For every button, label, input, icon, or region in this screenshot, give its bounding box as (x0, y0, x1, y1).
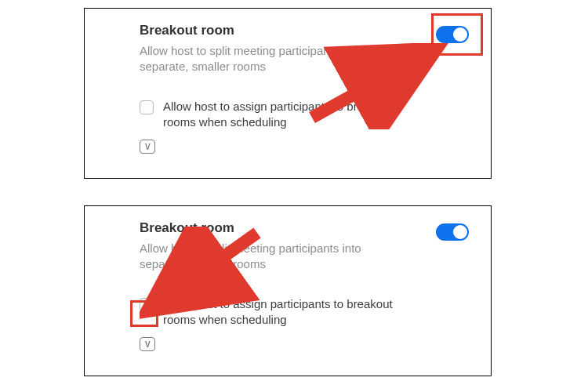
toggle-knob (453, 27, 467, 42)
modified-badge-icon: V (140, 140, 155, 154)
breakout-room-toggle[interactable] (436, 223, 469, 241)
assign-when-scheduling-checkbox[interactable] (140, 298, 154, 312)
modified-badge-icon: V (140, 337, 155, 351)
toggle-wrap (436, 26, 469, 43)
settings-panel-breakout-1: Breakout room Allow host to split meetin… (84, 8, 492, 179)
settings-panel-breakout-2: Breakout room Allow host to split meetin… (84, 205, 492, 376)
setting-description: Allow host to split meeting participants… (140, 241, 390, 273)
setting-description: Allow host to split meeting participants… (140, 43, 390, 75)
setting-title: Breakout room (140, 23, 474, 38)
toggle-knob (453, 225, 467, 239)
option-row: Allow host to assign participants to bre… (140, 99, 422, 131)
assign-when-scheduling-checkbox[interactable] (140, 100, 154, 114)
option-label: Allow host to assign participants to bre… (163, 99, 422, 131)
breakout-room-toggle[interactable] (436, 26, 469, 43)
setting-title: Breakout room (140, 220, 474, 236)
option-label: Allow host to assign participants to bre… (163, 296, 422, 328)
toggle-wrap (436, 223, 469, 241)
option-row: Allow host to assign participants to bre… (140, 296, 422, 328)
